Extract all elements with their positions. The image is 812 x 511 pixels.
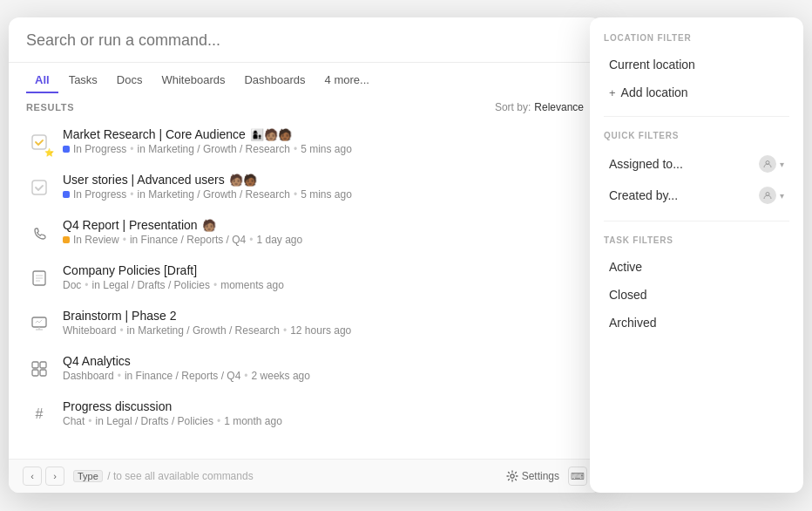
status-text: Doc [63,279,81,291]
task-filter-closed[interactable]: Closed [604,282,789,308]
result-content: Q4 Analytics Dashboard • in Finance / Re… [63,354,584,382]
search-input[interactable] [26,31,584,62]
status-text: Chat [63,415,85,427]
task-check-icon: ⭐ [26,129,52,155]
result-title: Company Policies [Draft] [63,263,584,277]
tab-dashboards[interactable]: Dashboards [235,68,314,93]
location-text: in Marketing / Growth / Research [138,188,290,201]
sort-area: Sort by: Relevance [495,101,584,113]
nav-prev-button[interactable]: ‹ [23,467,42,486]
result-meta: In Progress • in Marketing / Growth / Re… [63,188,584,201]
keyboard-shortcut-button[interactable]: ⌨ [568,467,587,486]
result-title-emoji: 🧑🏽 [202,219,216,232]
svg-rect-0 [32,135,46,149]
result-title: Q4 Report | Presentation 🧑🏽 [63,218,584,232]
star-badge: ⭐ [44,148,54,157]
created-by-row[interactable]: Created by... ▾ [604,181,789,210]
svg-rect-11 [32,370,38,376]
list-item[interactable]: ⭐ Market Research | Core Audience 👩‍👦🧑🏽🧑… [17,119,592,164]
time-text: 5 mins ago [301,188,352,201]
tab-whiteboards[interactable]: Whiteboards [152,68,233,93]
tab-docs[interactable]: Docs [108,68,152,93]
results-header: RESULTS Sort by: Relevance [9,92,601,119]
slash-key: / [107,470,110,482]
result-meta: Whiteboard • in Marketing / Growth / Res… [63,324,584,337]
result-content: Company Policies [Draft] Doc • in Legal … [63,263,584,291]
chat-icon: # [26,401,52,427]
sort-value[interactable]: Relevance [534,101,584,113]
status-dot-blue [63,191,70,198]
result-title: Brainstorm | Phase 2 [63,309,584,323]
list-item[interactable]: Q4 Report | Presentation 🧑🏽 In Review • … [17,209,592,255]
result-title-text: Company Policies [Draft] [63,263,197,277]
result-title-text: Q4 Report | Presentation [63,218,198,232]
location-text: in Legal / Drafts / Policies [96,415,213,427]
bottom-bar-left: ‹ › Type / to see all available commands [23,467,254,486]
nav-arrows: ‹ › [23,467,64,486]
list-item[interactable]: Brainstorm | Phase 2 Whiteboard • in Mar… [17,300,592,345]
settings-button[interactable]: Settings [506,470,559,482]
status-text: Whiteboard [63,324,116,337]
tab-more[interactable]: 4 more... [316,68,378,93]
svg-rect-10 [40,362,46,368]
result-title-text: Progress discussion [63,399,172,413]
result-title: User stories | Advanced users 🧑🏽🧑🏾 [63,173,584,187]
result-title: Q4 Analytics [63,354,584,368]
phone-icon [26,220,52,246]
task-check-icon [26,174,52,201]
assigned-to-row[interactable]: Assigned to... ▾ [604,149,789,179]
location-text: in Legal / Drafts / Policies [92,279,210,291]
list-item[interactable]: Company Policies [Draft] Doc • in Legal … [17,255,592,300]
created-by-label: Created by... [609,188,678,202]
result-content: Market Research | Core Audience 👩‍👦🧑🏽🧑🏾 … [63,127,584,155]
type-key: Type [73,470,103,482]
tab-all[interactable]: All [26,68,58,93]
results-label: RESULTS [26,102,74,112]
search-panel: All Tasks Docs Whiteboards Dashboards 4 … [9,17,601,493]
divider [604,116,789,117]
result-title-text: User stories | Advanced users [63,173,225,187]
result-content: Brainstorm | Phase 2 Whiteboard • in Mar… [63,309,584,337]
result-title: Market Research | Core Audience 👩‍👦🧑🏽🧑🏾 [63,127,584,141]
current-location-row[interactable]: Current location [604,51,789,78]
tab-tasks[interactable]: Tasks [60,68,106,93]
result-content: Q4 Report | Presentation 🧑🏽 In Review • … [63,218,584,246]
created-by-controls: ▾ [759,187,784,204]
list-item[interactable]: User stories | Advanced users 🧑🏽🧑🏾 In Pr… [17,164,592,209]
settings-label: Settings [522,470,559,482]
status-dot-blue [63,146,70,153]
status-text: In Review [73,234,119,246]
result-title-emoji: 🧑🏽🧑🏾 [229,174,257,187]
bottom-bar-hint: Type / to see all available commands [71,470,254,482]
filter-panel: LOCATION FILTER Current location + Add l… [590,17,803,493]
bottom-bar-right: Settings ⌨ [506,467,587,486]
list-item[interactable]: # Progress discussion Chat • in Legal / … [17,391,592,436]
task-filter-archived[interactable]: Archived [604,310,789,336]
location-text: in Finance / Reports / Q4 [130,234,246,246]
result-meta: In Progress • in Marketing / Growth / Re… [63,143,584,155]
time-text: 1 day ago [257,234,303,246]
current-location-label: Current location [609,58,695,72]
time-text: 1 month ago [224,415,282,427]
task-filter-active[interactable]: Active [604,254,789,280]
divider [604,221,789,221]
assigned-to-avatar [759,155,776,173]
doc-icon [26,265,52,291]
location-text: in Marketing / Growth / Research [138,143,290,155]
sort-label: Sort by: [495,101,531,113]
chevron-down-icon: ▾ [780,160,784,169]
location-text: in Finance / Reports / Q4 [125,370,240,382]
status-text: In Progress [73,143,126,155]
status-dot-orange [63,236,70,243]
result-content: User stories | Advanced users 🧑🏽🧑🏾 In Pr… [63,173,584,201]
result-meta: In Review • in Finance / Reports / Q4 • … [63,234,584,246]
bottom-bar: ‹ › Type / to see all available commands… [9,459,601,493]
nav-next-button[interactable]: › [45,467,64,486]
time-text: 2 weeks ago [252,370,310,382]
list-item[interactable]: Q4 Analytics Dashboard • in Finance / Re… [17,345,592,391]
add-location-link[interactable]: + Add location [604,79,789,106]
status-text: In Progress [73,188,126,201]
time-text: 12 hours ago [290,324,351,337]
quick-filters-title: QUICK FILTERS [604,131,789,140]
result-title-text: Q4 Analytics [63,354,131,368]
